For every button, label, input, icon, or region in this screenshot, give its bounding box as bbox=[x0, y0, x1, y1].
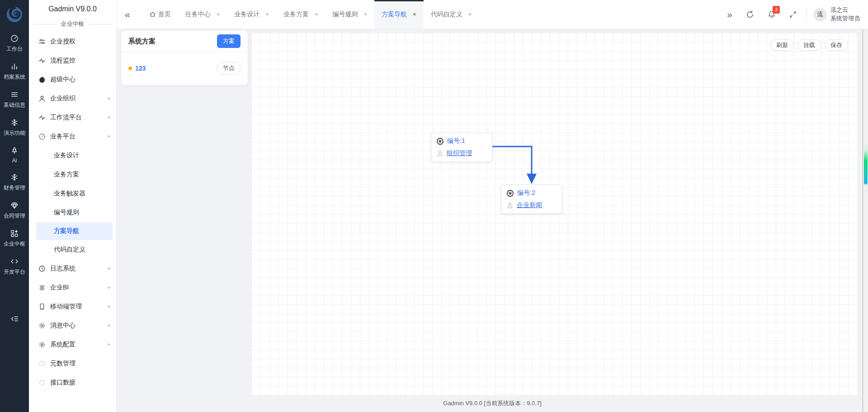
tab-code-customization[interactable]: 代码自定义 × bbox=[424, 0, 479, 28]
rail-item-archive-system[interactable]: 档案系统 bbox=[4, 62, 25, 81]
close-icon[interactable]: × bbox=[363, 11, 367, 17]
menu-item-business-platform[interactable]: 业务平台 bbox=[29, 127, 116, 146]
scrollbar-thumb[interactable] bbox=[864, 145, 868, 185]
caret-down-icon bbox=[107, 268, 111, 270]
menu-item-message-center[interactable]: 消息中心 bbox=[29, 316, 116, 335]
flow-canvas[interactable]: 编号:1 组织管理 编号:2 企业新闻 bbox=[251, 33, 858, 395]
menu-item-business-design[interactable]: 业务设计 bbox=[29, 146, 116, 165]
dotted-circle-icon bbox=[38, 379, 46, 386]
menu-item-label: 移动端管理 bbox=[50, 303, 82, 311]
menu-item-business-scheme[interactable]: 业务方案 bbox=[29, 165, 116, 184]
node-target-link[interactable]: 组织管理 bbox=[447, 149, 472, 157]
menu-item-enterprise-bi[interactable]: 企业BI bbox=[29, 278, 116, 297]
list-lines-icon bbox=[10, 90, 19, 99]
menu-item-label: 业务触发器 bbox=[54, 189, 85, 198]
menu-item-system-config[interactable]: 系统配置 bbox=[29, 335, 116, 354]
menu-item-label: 业务设计 bbox=[54, 152, 79, 160]
caret-down-icon bbox=[107, 287, 111, 289]
user-meta: 流之云 系统管理员 bbox=[830, 6, 860, 23]
dotted-circle-icon bbox=[38, 360, 46, 367]
add-scheme-button[interactable]: 方案 bbox=[217, 34, 241, 48]
rail-item-ai[interactable]: Ai bbox=[10, 147, 19, 164]
tab-task-center[interactable]: 任务中心 × bbox=[178, 0, 227, 28]
rail-item-enterprise-hub[interactable]: 企业中枢 bbox=[4, 229, 25, 248]
tree-icon bbox=[10, 147, 19, 155]
menu-item-label: 编号规则 bbox=[54, 208, 79, 217]
tab-numbering-rules[interactable]: 编号规则 × bbox=[325, 0, 374, 28]
collapse-tabs-icon[interactable]: « bbox=[125, 9, 130, 19]
close-icon[interactable]: × bbox=[468, 11, 472, 17]
close-icon[interactable]: × bbox=[413, 11, 416, 17]
vertical-scrollbar[interactable] bbox=[863, 29, 868, 412]
close-icon[interactable]: × bbox=[265, 11, 269, 17]
tab-bar: « 首页 任务中心 × 业务设计 × 业务方案 × bbox=[117, 0, 868, 29]
close-icon[interactable]: × bbox=[315, 11, 318, 17]
menu-item-label: 业务平台 bbox=[50, 133, 75, 141]
menu-item-log-system[interactable]: 日志系统 bbox=[29, 259, 116, 278]
menu-section-header: 企业中枢 bbox=[33, 20, 112, 28]
refresh-icon[interactable] bbox=[746, 10, 754, 19]
flow-node-2[interactable]: 编号:2 企业新闻 bbox=[501, 185, 562, 214]
expand-tabs-icon[interactable]: » bbox=[727, 9, 732, 19]
blocks-icon bbox=[10, 229, 19, 237]
menu-item-enterprise-authorization[interactable]: 企业授权 bbox=[29, 32, 116, 51]
caret-down-icon bbox=[107, 306, 111, 308]
menu-item-enterprise-organization[interactable]: 企业组织 bbox=[29, 89, 116, 108]
rail-item-contract-management[interactable]: 合同管理 bbox=[4, 201, 25, 220]
menu-item-numbering-rules[interactable]: 编号规则 bbox=[29, 203, 116, 222]
tab-label: 代码自定义 bbox=[431, 10, 462, 19]
scheme-name-link[interactable]: 123 bbox=[135, 65, 146, 72]
circle-asterisk-icon bbox=[506, 189, 514, 197]
menu-section-label: 企业中枢 bbox=[61, 20, 85, 28]
rail-item-demo-features[interactable]: 演示功能 bbox=[4, 118, 25, 137]
menu-item-code-customization[interactable]: 代码自定义 bbox=[29, 240, 116, 259]
flow-node-1[interactable]: 编号:1 组织管理 bbox=[431, 133, 492, 162]
menu-item-label: 流程监控 bbox=[50, 57, 75, 65]
content-area: 系统方案 方案 123 节点 bbox=[117, 29, 868, 412]
tab-business-design[interactable]: 业务设计 × bbox=[227, 0, 276, 28]
user-role: 系统管理员 bbox=[830, 14, 860, 23]
rail-item-label: 开发平台 bbox=[4, 268, 25, 276]
bell-icon[interactable]: 3 bbox=[768, 10, 776, 19]
home-icon bbox=[149, 11, 156, 18]
menu-item-metadata-management[interactable]: 元数管理 bbox=[29, 354, 116, 373]
menu-item-scheme-navigation[interactable]: 方案导航 bbox=[36, 222, 113, 240]
save-button[interactable]: 保存 bbox=[825, 39, 848, 51]
open-tabs: 首页 任务中心 × 业务设计 × 业务方案 × 编号规则 × bbox=[142, 0, 479, 28]
scheme-list-item[interactable]: 123 节点 bbox=[121, 52, 248, 84]
fullscreen-icon[interactable] bbox=[789, 11, 797, 18]
mobile-icon bbox=[38, 303, 46, 310]
menu-item-process-monitor[interactable]: 流程监控 bbox=[29, 51, 116, 70]
avatar[interactable]: 流 bbox=[813, 8, 827, 21]
mount-button[interactable]: 挂载 bbox=[797, 39, 821, 51]
menu-item-super-center[interactable]: 超级中心 bbox=[29, 70, 116, 89]
collapse-menu-icon[interactable] bbox=[0, 315, 29, 323]
app-window: 工作台 档案系统 基础信息 演示功能 Ai 财务管理 bbox=[0, 0, 868, 412]
close-icon[interactable]: × bbox=[217, 11, 220, 17]
refresh-button[interactable]: 刷新 bbox=[770, 39, 794, 51]
tab-label: 业务设计 bbox=[234, 10, 259, 19]
scheme-panel-header: 系统方案 方案 bbox=[121, 31, 248, 52]
side-menu: Gadmin V9.0.0 企业中枢 企业授权 流程监控 超级中心 企业组织 工… bbox=[29, 0, 117, 412]
rail-item-basic-info[interactable]: 基础信息 bbox=[4, 90, 25, 109]
rail-item-finance-management[interactable]: 财务管理 bbox=[4, 173, 25, 192]
rail-item-dev-platform[interactable]: 开发平台 bbox=[4, 257, 25, 276]
bar-chart-icon bbox=[10, 62, 19, 71]
tab-scheme-navigation[interactable]: 方案导航 × bbox=[374, 0, 424, 28]
node-button[interactable]: 节点 bbox=[217, 62, 241, 75]
person-icon bbox=[38, 95, 46, 102]
node-code: 编号:1 bbox=[447, 137, 465, 145]
menu-item-label: 企业授权 bbox=[50, 38, 75, 46]
node-target-link[interactable]: 企业新闻 bbox=[517, 201, 542, 209]
menu-item-mobile-management[interactable]: 移动端管理 bbox=[29, 297, 116, 316]
rail-item-workbench[interactable]: 工作台 bbox=[6, 34, 23, 53]
menu-item-label: 工作流平台 bbox=[50, 114, 82, 122]
menu-item-label: 方案导航 bbox=[54, 227, 79, 235]
tab-home[interactable]: 首页 bbox=[142, 0, 178, 28]
menu-item-label: 消息中心 bbox=[50, 322, 75, 330]
menu-item-business-trigger[interactable]: 业务触发器 bbox=[29, 184, 116, 203]
tab-business-scheme[interactable]: 业务方案 × bbox=[276, 0, 326, 28]
menu-item-workflow-platform[interactable]: 工作流平台 bbox=[29, 108, 116, 127]
node-link-row: 企业新闻 bbox=[506, 201, 557, 209]
menu-item-interface-data[interactable]: 接口数据 bbox=[29, 373, 116, 392]
